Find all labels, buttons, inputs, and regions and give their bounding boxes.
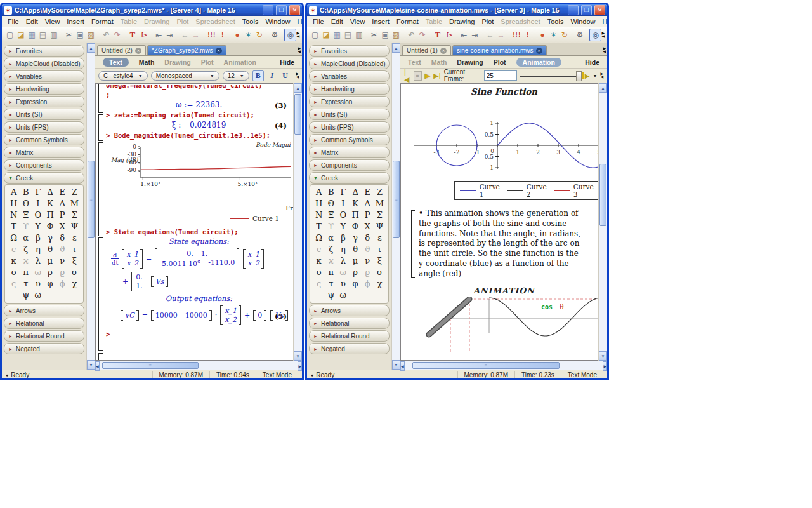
- greek-letter[interactable]: Μ: [374, 198, 386, 210]
- greek-letter[interactable]: χ: [69, 278, 81, 290]
- greek-letter[interactable]: Τ: [8, 221, 20, 232]
- greek-letter[interactable]: Δ: [349, 187, 361, 198]
- greek-letter[interactable]: π: [325, 267, 337, 278]
- greek-letter[interactable]: Κ: [44, 198, 56, 210]
- greek-letter[interactable]: π: [20, 267, 32, 278]
- greek-letter[interactable]: Λ: [362, 198, 374, 210]
- greek-letter[interactable]: χ: [374, 278, 386, 290]
- greek-letter[interactable]: Κ: [349, 198, 361, 210]
- greek-letter[interactable]: γ: [44, 232, 56, 244]
- greek-letter[interactable]: Θ: [325, 198, 337, 210]
- greek-letter[interactable]: Ι: [32, 198, 44, 210]
- cut-icon[interactable]: ✂: [369, 29, 379, 41]
- palette-common-symbols[interactable]: ►Common Symbols: [4, 134, 84, 145]
- hide-palettes-button[interactable]: Hide: [280, 58, 294, 66]
- greek-letter[interactable]: φ: [349, 278, 361, 290]
- greek-letter[interactable]: Υ: [32, 221, 44, 232]
- frame-slider[interactable]: [520, 71, 577, 80]
- greek-letter[interactable]: Δ: [44, 187, 56, 198]
- greek-letter[interactable]: ω: [337, 290, 349, 301]
- maple-input[interactable]: > State_equations(Tuned_circuit);: [106, 228, 292, 236]
- toolbar-overflow-icon[interactable]: ▶◀: [296, 72, 299, 79]
- context-tab-plot[interactable]: Plot: [494, 58, 506, 66]
- scroll-left-icon[interactable]: ◀: [400, 361, 405, 371]
- greek-letter[interactable]: Ω: [8, 232, 20, 244]
- greek-letter[interactable]: Η: [313, 198, 325, 210]
- context-tab-text[interactable]: Text: [103, 58, 129, 67]
- back-icon[interactable]: ←: [485, 29, 495, 41]
- menu-view[interactable]: View: [42, 17, 63, 26]
- restart-icon[interactable]: ↻: [254, 29, 265, 41]
- greek-letter[interactable]: τ: [325, 278, 337, 290]
- debug-icon[interactable]: ✶: [243, 29, 254, 41]
- greek-letter[interactable]: Ξ: [20, 210, 32, 221]
- close-button[interactable]: ✕: [289, 5, 300, 15]
- greek-letter[interactable]: Ε: [56, 187, 69, 198]
- greek-letter[interactable]: λ: [32, 255, 44, 267]
- greek-letter[interactable]: ω: [32, 290, 44, 301]
- execute-all-icon[interactable]: !!!: [206, 29, 216, 41]
- maximize-button[interactable]: ❒: [276, 5, 287, 15]
- menu-table[interactable]: Table: [422, 17, 445, 26]
- redo-icon[interactable]: ↷: [112, 29, 122, 41]
- scroll-right-icon[interactable]: ▶: [603, 361, 607, 371]
- greek-letter[interactable]: Ω: [313, 232, 325, 244]
- greek-letter[interactable]: Μ: [69, 198, 81, 210]
- scrollbar-track[interactable]: ≡: [392, 53, 400, 360]
- greek-letter[interactable]: Γ: [337, 187, 349, 198]
- palette-components[interactable]: ►Components: [4, 159, 84, 171]
- palette-relational-round[interactable]: ►Relational Round: [309, 330, 390, 342]
- greek-letter[interactable]: ϰ: [325, 255, 337, 267]
- undo-icon[interactable]: ↶: [406, 29, 417, 41]
- menu-edit[interactable]: Edit: [328, 17, 346, 26]
- play-icon[interactable]: ▶: [425, 72, 430, 80]
- context-tab-text[interactable]: Text: [408, 58, 421, 66]
- forward-icon[interactable]: →: [495, 29, 506, 41]
- greek-letter[interactable]: Α: [313, 187, 325, 198]
- menu-window[interactable]: Window: [262, 17, 293, 26]
- greek-letter[interactable]: ϑ: [362, 244, 374, 255]
- save-icon[interactable]: ▦: [27, 29, 37, 41]
- greek-letter[interactable]: υ: [337, 278, 349, 290]
- close-tab-icon[interactable]: ✕: [216, 48, 222, 54]
- context-tab-animation[interactable]: Animation: [224, 58, 256, 66]
- scrollbar-thumb[interactable]: ≡: [412, 362, 560, 369]
- scroll-left-icon[interactable]: ◀: [95, 361, 100, 371]
- greek-letter[interactable]: ϵ: [8, 244, 20, 255]
- greek-letter[interactable]: ϑ: [56, 244, 69, 255]
- greek-letter[interactable]: ψ: [20, 290, 32, 301]
- scrollbar-track[interactable]: [294, 93, 302, 351]
- forward-icon[interactable]: →: [190, 29, 201, 41]
- insert-prompt-icon[interactable]: [>: [443, 29, 454, 41]
- menu-insert[interactable]: Insert: [63, 17, 88, 26]
- palette-relational[interactable]: ►Relational: [4, 318, 84, 329]
- menu-table[interactable]: Table: [117, 17, 140, 26]
- minimize-button[interactable]: _: [263, 5, 273, 15]
- menu-plot[interactable]: Plot: [478, 17, 497, 26]
- outdent-icon[interactable]: ⇤: [154, 29, 164, 41]
- menu-file[interactable]: File: [4, 17, 22, 26]
- scrollbar-track[interactable]: ≡: [87, 53, 95, 360]
- scroll-up-icon[interactable]: ▲: [392, 43, 400, 53]
- paste-icon[interactable]: ▨: [86, 29, 96, 41]
- scroll-down-icon[interactable]: ▼: [599, 351, 607, 361]
- menu-drawing[interactable]: Drawing: [446, 17, 478, 26]
- palette-relational-round[interactable]: ►Relational Round: [4, 330, 84, 342]
- greek-letter[interactable]: θ: [349, 244, 361, 255]
- menu-window[interactable]: Window: [567, 17, 598, 26]
- insert-prompt-icon[interactable]: [>: [138, 29, 148, 41]
- close-tab-icon[interactable]: ✕: [440, 48, 447, 54]
- document-scrollbar[interactable]: ▲ ▼: [293, 83, 302, 361]
- step-forward-icon[interactable]: ▶|: [433, 72, 440, 80]
- greek-letter[interactable]: Ε: [362, 187, 374, 198]
- menu-file[interactable]: File: [310, 17, 327, 26]
- greek-letter[interactable]: σ: [69, 267, 81, 278]
- palette-variables[interactable]: ►Variables: [309, 70, 390, 82]
- palette-arrows[interactable]: ►Arrows: [309, 305, 390, 316]
- greek-letter[interactable]: ϵ: [313, 244, 325, 255]
- menu-format[interactable]: Format: [393, 17, 422, 26]
- greek-letter[interactable]: ξ: [69, 255, 81, 267]
- zoom-mode-icon[interactable]: ◎: [284, 29, 296, 41]
- greek-letter[interactable]: β: [32, 232, 44, 244]
- context-tab-math[interactable]: Math: [431, 58, 447, 66]
